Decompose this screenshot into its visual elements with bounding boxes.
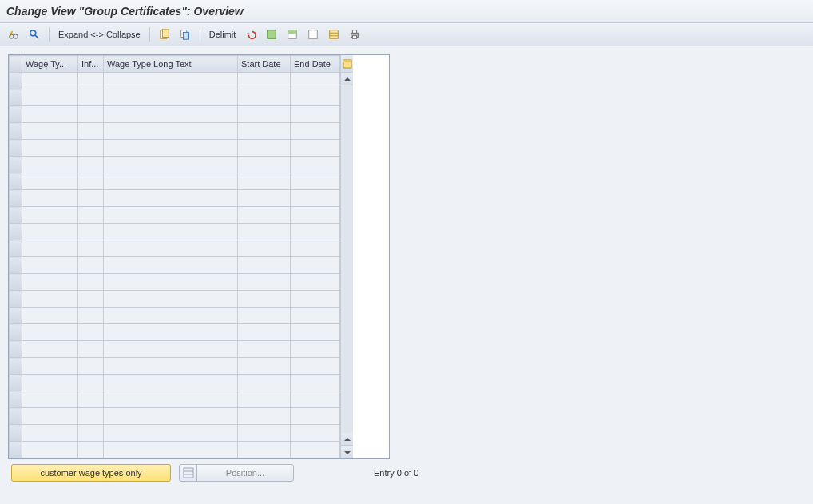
cell-long-text[interactable] <box>104 140 238 157</box>
table[interactable]: Wage Ty... Inf... Wage Type Long Text St… <box>9 55 340 458</box>
cell-long-text[interactable] <box>104 207 238 224</box>
cell-end-date[interactable] <box>291 425 340 442</box>
cell-inf[interactable] <box>78 240 104 257</box>
cell-inf[interactable] <box>78 341 104 358</box>
cell-long-text[interactable] <box>104 224 238 240</box>
cell-wage-type[interactable] <box>22 73 78 89</box>
row-selector[interactable] <box>10 106 22 123</box>
row-selector[interactable] <box>10 73 22 89</box>
table-row[interactable] <box>10 408 340 425</box>
cell-end-date[interactable] <box>291 257 340 274</box>
row-selector[interactable] <box>10 240 22 257</box>
cell-end-date[interactable] <box>291 173 340 190</box>
row-selector[interactable] <box>10 425 22 442</box>
expand-collapse-button[interactable]: Expand <-> Collapse <box>55 26 144 42</box>
row-selector[interactable] <box>10 207 22 224</box>
cell-start-date[interactable] <box>238 291 291 308</box>
cell-inf[interactable] <box>78 257 104 274</box>
cell-wage-type[interactable] <box>22 240 78 257</box>
cell-start-date[interactable] <box>238 324 291 341</box>
cell-long-text[interactable] <box>104 123 238 140</box>
cell-inf[interactable] <box>78 425 104 442</box>
cell-start-date[interactable] <box>238 207 291 224</box>
table-row[interactable] <box>10 89 340 106</box>
row-selector[interactable] <box>10 173 22 190</box>
table-row[interactable] <box>10 207 340 224</box>
column-header-long-text[interactable]: Wage Type Long Text <box>104 56 238 73</box>
cell-wage-type[interactable] <box>22 341 78 358</box>
row-selector[interactable] <box>10 308 22 324</box>
row-selector[interactable] <box>10 375 22 391</box>
cell-end-date[interactable] <box>291 442 340 458</box>
cell-start-date[interactable] <box>238 89 291 106</box>
cell-wage-type[interactable] <box>22 358 78 375</box>
scroll-down-button[interactable] <box>341 446 353 458</box>
cell-wage-type[interactable] <box>22 375 78 391</box>
cell-long-text[interactable] <box>104 341 238 358</box>
customer-wage-types-button[interactable]: customer wage types only <box>11 464 171 482</box>
cell-wage-type[interactable] <box>22 425 78 442</box>
cell-wage-type[interactable] <box>22 408 78 425</box>
change-mode-button[interactable] <box>5 26 22 42</box>
row-selector[interactable] <box>10 257 22 274</box>
cell-long-text[interactable] <box>104 190 238 207</box>
cell-wage-type[interactable] <box>22 324 78 341</box>
cell-long-text[interactable] <box>104 291 238 308</box>
cell-wage-type[interactable] <box>22 190 78 207</box>
table-row[interactable] <box>10 123 340 140</box>
column-header-inf[interactable]: Inf... <box>78 56 104 73</box>
cell-inf[interactable] <box>78 190 104 207</box>
row-selector[interactable] <box>10 140 22 157</box>
cell-inf[interactable] <box>78 375 104 391</box>
table-row[interactable] <box>10 442 340 458</box>
cell-wage-type[interactable] <box>22 291 78 308</box>
cell-wage-type[interactable] <box>22 173 78 190</box>
cell-long-text[interactable] <box>104 157 238 173</box>
cell-start-date[interactable] <box>238 341 291 358</box>
table-row[interactable] <box>10 341 340 358</box>
cell-start-date[interactable] <box>238 224 291 240</box>
cell-inf[interactable] <box>78 73 104 89</box>
table-row[interactable] <box>10 425 340 442</box>
cell-inf[interactable] <box>78 89 104 106</box>
row-selector[interactable] <box>10 408 22 425</box>
cell-long-text[interactable] <box>104 391 238 408</box>
cell-start-date[interactable] <box>238 140 291 157</box>
cell-start-date[interactable] <box>238 425 291 442</box>
cell-inf[interactable] <box>78 291 104 308</box>
cell-end-date[interactable] <box>291 106 340 123</box>
row-selector[interactable] <box>10 341 22 358</box>
cell-wage-type[interactable] <box>22 442 78 458</box>
row-selector[interactable] <box>10 274 22 291</box>
table-row[interactable] <box>10 173 340 190</box>
cell-inf[interactable] <box>78 274 104 291</box>
cell-long-text[interactable] <box>104 324 238 341</box>
cell-inf[interactable] <box>78 391 104 408</box>
scroll-up-button[interactable] <box>341 73 353 85</box>
cell-start-date[interactable] <box>238 375 291 391</box>
cell-long-text[interactable] <box>104 442 238 458</box>
cell-start-date[interactable] <box>238 123 291 140</box>
cell-start-date[interactable] <box>238 358 291 375</box>
cell-inf[interactable] <box>78 224 104 240</box>
cell-start-date[interactable] <box>238 106 291 123</box>
table-row[interactable] <box>10 157 340 173</box>
cell-inf[interactable] <box>78 408 104 425</box>
cell-inf[interactable] <box>78 308 104 324</box>
cell-end-date[interactable] <box>291 89 340 106</box>
cell-wage-type[interactable] <box>22 308 78 324</box>
cell-end-date[interactable] <box>291 224 340 240</box>
print-button[interactable] <box>346 26 363 42</box>
new-entries-button[interactable] <box>156 26 173 42</box>
cell-inf[interactable] <box>78 140 104 157</box>
cell-long-text[interactable] <box>104 240 238 257</box>
config-button[interactable] <box>325 26 343 42</box>
cell-start-date[interactable] <box>238 391 291 408</box>
table-row[interactable] <box>10 391 340 408</box>
cell-long-text[interactable] <box>104 308 238 324</box>
table-row[interactable] <box>10 358 340 375</box>
copy-button[interactable] <box>176 26 194 42</box>
cell-long-text[interactable] <box>104 106 238 123</box>
cell-end-date[interactable] <box>291 408 340 425</box>
cell-long-text[interactable] <box>104 358 238 375</box>
